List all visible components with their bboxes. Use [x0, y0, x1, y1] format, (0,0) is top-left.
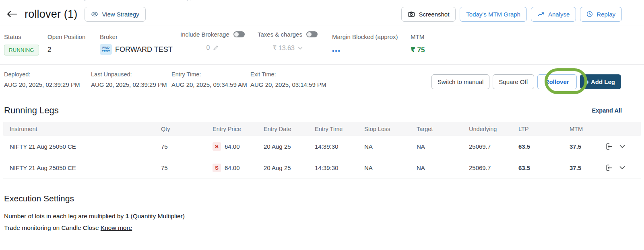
square-off-button[interactable]: Square Off	[493, 74, 534, 89]
trend-up-icon	[537, 11, 545, 17]
view-strategy-button[interactable]: View Strategy	[85, 7, 145, 22]
know-more-link[interactable]: Know more	[101, 224, 132, 231]
strategy-action-buttons: Switch to manual Square Off Rollover + A…	[431, 74, 621, 89]
include-brokerage-row: Include Brokerage	[180, 31, 245, 38]
col-qty: Qty	[157, 126, 208, 132]
mtm-field: MTM ₹ 75	[411, 33, 425, 54]
vertical-divider	[166, 68, 166, 90]
open-position-field: Open Position 2	[47, 33, 85, 54]
entry-price-value: 64.00	[225, 143, 240, 150]
expand-leg-button[interactable]	[619, 145, 625, 148]
badge-line1: FWD	[102, 46, 109, 49]
qty-cell: 75	[157, 143, 208, 150]
open-position-label: Open Position	[47, 33, 85, 40]
last-unpaused-field: Last Unpaused: AUG 20, 2025, 02:39:29 PM	[91, 71, 167, 88]
status-label: Status	[4, 33, 39, 40]
replay-label: Replay	[597, 11, 615, 18]
col-entry-date: Entry Date	[260, 126, 311, 132]
stop-loss-cell: NA	[360, 143, 413, 150]
taxes-charges-label: Taxes & charges	[258, 31, 302, 38]
entry-time-cell: 14:39:30	[311, 164, 360, 171]
pencil-icon	[213, 45, 219, 51]
screenshot-label: Screenshot	[419, 11, 449, 18]
brokerage-value: 0	[206, 44, 210, 51]
deployed-value: AUG 20, 2025, 02:39:29 PM	[4, 81, 80, 88]
status-panel: Status RUNNING Open Position 2 Broker FW…	[0, 25, 644, 64]
status-badge: RUNNING	[4, 45, 39, 55]
margin-blocked-reveal[interactable]: •••	[332, 47, 398, 54]
execution-settings-title: Execution Settings	[4, 194, 622, 203]
entry-time-field: Entry Time: AUG 20, 2025, 09:34:59 AM	[171, 71, 247, 88]
running-legs-title: Running Legs	[4, 105, 59, 116]
taxes-charges-toggle[interactable]	[306, 31, 318, 37]
badge-line2: TEST	[102, 49, 110, 53]
running-legs-table: Instrument Qty Entry Price Entry Date En…	[3, 122, 641, 178]
add-leg-button[interactable]: + Add Leg	[580, 74, 621, 89]
row-actions	[601, 164, 641, 172]
target-cell: NA	[413, 143, 465, 150]
col-underlying: Underlying	[465, 126, 514, 132]
forward-test-badge-icon: FWD TEST	[100, 44, 112, 55]
entry-price-cell: S 64.00	[208, 164, 260, 172]
open-position-value: 2	[47, 46, 85, 54]
entry-date-cell: 20 Aug 25	[260, 164, 311, 171]
entry-time-value: AUG 20, 2025, 09:34:59 AM	[171, 81, 247, 88]
broker-value-row: FWD TEST FORWARD TEST	[100, 44, 173, 55]
eye-icon	[91, 11, 98, 17]
mtm-graph-button[interactable]: Today's MTM Graph	[460, 7, 527, 22]
camera-icon	[408, 11, 415, 17]
line2-prefix: Trade monitoring on Candle Close	[4, 224, 101, 231]
include-brokerage-toggle[interactable]	[233, 31, 245, 37]
mtm-cell: 37.5	[566, 164, 601, 171]
underlying-cell: 25069.7	[465, 143, 514, 150]
view-strategy-label: View Strategy	[102, 11, 139, 18]
deployed-field: Deployed: AUG 20, 2025, 02:39:29 PM	[4, 71, 80, 88]
qty-cell: 75	[157, 164, 208, 171]
vertical-divider	[86, 68, 86, 90]
taxes-charges-row: Taxes & charges	[258, 31, 318, 38]
expand-leg-button[interactable]	[619, 166, 625, 170]
replay-button[interactable]: Replay	[580, 7, 622, 22]
rollover-button[interactable]: Rollover	[537, 74, 577, 89]
strategy-detail-page: rollover (1) View Strategy Screenshot To…	[0, 0, 644, 250]
col-ltp: LTP	[514, 126, 566, 132]
edit-brokerage-button[interactable]	[213, 45, 219, 51]
line1-suffix: (Quantity Multiplier)	[129, 213, 185, 219]
taxes-dropdown-button[interactable]	[298, 47, 303, 50]
back-button[interactable]	[6, 10, 17, 18]
running-legs-header: Running Legs Expand All	[0, 99, 644, 122]
quantity-multiplier-line: Number of lots in each leg are multiplie…	[4, 213, 622, 220]
mtm-label: MTM	[411, 33, 425, 40]
col-stop-loss: Stop Loss	[360, 126, 413, 132]
exit-arrow-left-icon	[605, 142, 613, 151]
square-off-leg-button[interactable]	[605, 142, 613, 151]
taxes-charges-field: Taxes & charges ₹ 13.63	[258, 31, 318, 52]
screenshot-button[interactable]: Screenshot	[401, 7, 456, 22]
exit-time-field: Exit Time: AUG 20, 2025, 03:14:59 PM	[250, 71, 326, 88]
analyse-label: Analyse	[548, 11, 570, 18]
broker-label: Broker	[100, 33, 173, 40]
header-actions: Screenshot Today's MTM Graph Analyse Rep…	[401, 7, 622, 22]
underlying-cell: 25069.7	[465, 164, 514, 171]
entry-price-value: 64.00	[225, 164, 240, 171]
taxes-value: ₹ 13.63	[272, 44, 295, 52]
target-cell: NA	[413, 164, 465, 171]
include-brokerage-label: Include Brokerage	[180, 31, 229, 38]
page-title: rollover (1)	[25, 8, 77, 20]
quantity-multiplier-value: 1	[126, 213, 129, 219]
square-off-leg-button[interactable]	[605, 164, 613, 172]
last-unpaused-label: Last Unpaused:	[91, 71, 167, 78]
stop-loss-cell: NA	[360, 164, 413, 171]
ltp-cell: 63.5	[514, 164, 566, 171]
expand-all-button[interactable]: Expand All	[592, 107, 622, 114]
entry-date-cell: 20 Aug 25	[260, 143, 311, 150]
entry-time-label: Entry Time:	[171, 71, 247, 78]
margin-blocked-label: Margin Blocked (approx)	[332, 33, 398, 40]
col-entry-price: Entry Price	[208, 126, 260, 132]
clock-icon	[586, 11, 593, 17]
exit-time-value: AUG 20, 2025, 03:14:59 PM	[250, 81, 326, 88]
switch-to-manual-button[interactable]: Switch to manual	[431, 74, 489, 89]
analyse-button[interactable]: Analyse	[531, 7, 576, 22]
col-instrument: Instrument	[3, 126, 157, 132]
chevron-down-icon	[619, 145, 625, 148]
